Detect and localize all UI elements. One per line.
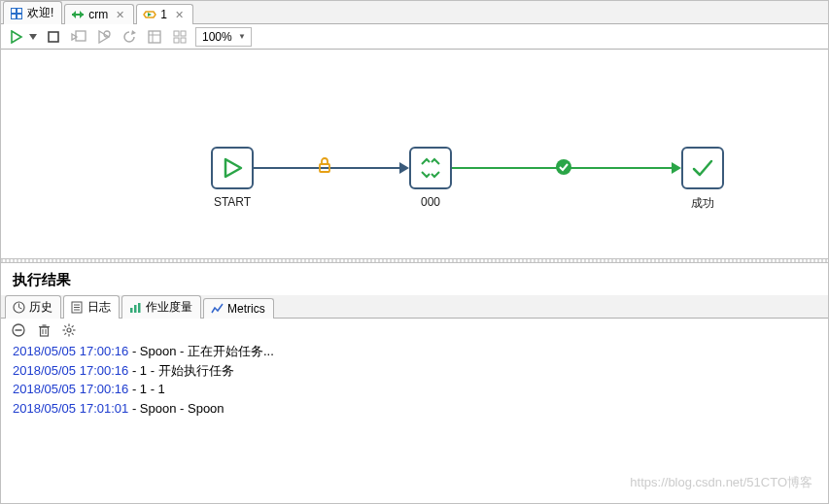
svg-rect-40 xyxy=(138,303,141,313)
log-line: 2018/05/05 17:00:16 - 1 - 开始执行任务 xyxy=(13,361,816,381)
svg-rect-21 xyxy=(181,31,186,36)
log-line: 2018/05/05 17:01:01 - Spoon - Spoon xyxy=(13,399,816,419)
replay-button[interactable] xyxy=(120,27,139,47)
svg-rect-11 xyxy=(49,32,58,42)
svg-marker-7 xyxy=(80,11,84,18)
run-dropdown-icon[interactable] xyxy=(28,27,38,47)
editor-tabs: 欢迎! crm ✕ 1 ✕ xyxy=(1,1,828,24)
svg-marker-9 xyxy=(12,31,21,43)
log-line: 2018/05/05 17:00:16 - 1 - 1 xyxy=(13,380,816,399)
metrics-icon xyxy=(210,302,224,316)
checkmark-badge-icon xyxy=(555,158,572,179)
preview-button[interactable] xyxy=(69,27,88,47)
svg-marker-8 xyxy=(148,13,152,17)
impact-button[interactable] xyxy=(170,27,190,47)
svg-rect-3 xyxy=(12,15,16,18)
log-timestamp: 2018/05/05 17:00:16 xyxy=(13,382,128,396)
connector xyxy=(254,164,409,178)
results-title: 执行结果 xyxy=(1,263,828,295)
job-canvas[interactable]: START 000 成功 xyxy=(1,50,828,258)
svg-rect-27 xyxy=(320,164,329,172)
svg-point-48 xyxy=(67,328,71,332)
node-label: 000 xyxy=(409,195,452,209)
svg-line-55 xyxy=(72,325,74,327)
log-timestamp: 2018/05/05 17:00:16 xyxy=(13,363,128,378)
svg-marker-24 xyxy=(225,159,241,177)
log-line: 2018/05/05 17:00:16 - Spoon - 正在开始任务... xyxy=(13,342,816,361)
chevron-down-icon: ▼ xyxy=(235,32,249,41)
tab-history[interactable]: 历史 xyxy=(5,295,61,319)
zoom-value: 100% xyxy=(202,30,235,44)
log-output: 2018/05/05 17:00:16 - Spoon - 正在开始任务... … xyxy=(1,340,828,420)
grid-icon xyxy=(10,7,23,20)
tab-log[interactable]: 日志 xyxy=(63,295,120,319)
watermark: https://blog.csdn.net/51CTO博客 xyxy=(630,474,812,491)
svg-rect-2 xyxy=(17,9,21,13)
tab-label: 历史 xyxy=(29,299,52,316)
zoom-selector[interactable]: 100% ▼ xyxy=(195,27,252,47)
tab-metrics[interactable]: Metrics xyxy=(203,298,274,319)
svg-rect-22 xyxy=(174,38,179,43)
log-toolbar xyxy=(1,319,828,340)
stop-button[interactable] xyxy=(44,27,63,47)
trash-button[interactable] xyxy=(36,322,52,338)
results-tabs: 历史 日志 作业度量 Metrics xyxy=(1,295,828,319)
tab-crm[interactable]: crm ✕ xyxy=(64,4,134,24)
sql-button[interactable] xyxy=(145,27,164,47)
svg-point-30 xyxy=(556,159,571,175)
log-message: - 1 - 1 xyxy=(128,382,165,396)
log-timestamp: 2018/05/05 17:00:16 xyxy=(13,344,128,358)
svg-rect-17 xyxy=(149,31,160,43)
svg-marker-16 xyxy=(131,30,136,35)
tab-label: crm xyxy=(88,8,108,21)
settings-button[interactable] xyxy=(61,322,77,338)
tab-label: 欢迎! xyxy=(27,5,53,21)
svg-marker-6 xyxy=(72,11,76,18)
svg-line-54 xyxy=(72,333,74,335)
close-icon[interactable]: ✕ xyxy=(173,9,185,20)
canvas-toolbar: 100% ▼ xyxy=(1,24,828,50)
tab-welcome[interactable]: 欢迎! xyxy=(3,1,62,24)
log-timestamp: 2018/05/05 17:01:01 xyxy=(13,401,128,416)
debug-button[interactable] xyxy=(94,27,114,47)
tab-label: 作业度量 xyxy=(146,299,192,316)
node-label: 成功 xyxy=(681,195,724,212)
tab-job-metrics[interactable]: 作业度量 xyxy=(121,295,201,319)
svg-line-33 xyxy=(18,308,21,310)
svg-rect-38 xyxy=(130,308,133,313)
log-message: - 1 - 开始执行任务 xyxy=(128,363,233,378)
tab-label: 日志 xyxy=(87,299,111,316)
log-message: - Spoon - 正在开始任务... xyxy=(128,344,274,358)
lock-icon xyxy=(318,157,331,176)
node-middle[interactable] xyxy=(409,147,452,189)
svg-rect-39 xyxy=(134,305,137,313)
log-message: - Spoon - Spoon xyxy=(128,401,224,416)
svg-marker-29 xyxy=(672,162,681,174)
svg-marker-10 xyxy=(29,34,37,40)
tab-1[interactable]: 1 ✕ xyxy=(136,4,193,24)
svg-line-56 xyxy=(64,333,66,335)
log-icon xyxy=(70,301,84,315)
svg-rect-43 xyxy=(40,327,48,336)
node-label: START xyxy=(205,195,259,209)
close-icon[interactable]: ✕ xyxy=(114,9,125,20)
svg-rect-12 xyxy=(76,31,86,41)
svg-line-53 xyxy=(64,325,66,327)
node-start[interactable] xyxy=(211,147,254,189)
svg-rect-20 xyxy=(174,31,179,36)
svg-marker-26 xyxy=(399,162,409,174)
svg-rect-1 xyxy=(12,9,16,13)
transformation-icon xyxy=(71,8,85,21)
svg-rect-4 xyxy=(17,15,21,18)
clear-log-button[interactable] xyxy=(11,322,26,338)
tab-label: 1 xyxy=(160,8,167,21)
svg-rect-23 xyxy=(181,38,186,43)
tab-label: Metrics xyxy=(227,302,265,316)
history-icon xyxy=(12,301,25,315)
bars-icon xyxy=(128,301,142,315)
job-icon xyxy=(143,8,156,21)
run-button[interactable] xyxy=(7,27,26,47)
node-end[interactable] xyxy=(681,147,724,189)
